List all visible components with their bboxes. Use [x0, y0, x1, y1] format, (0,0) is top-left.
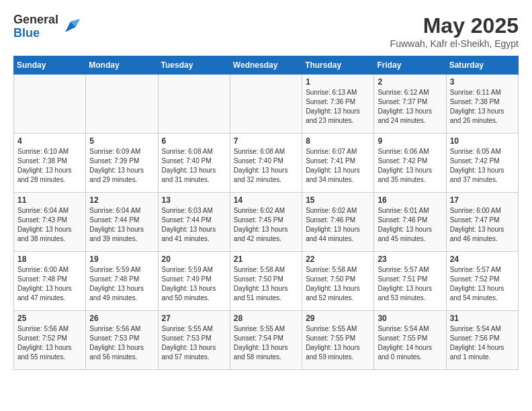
- logo-text: General Blue: [13, 13, 58, 40]
- calendar-cell: 12Sunrise: 6:04 AM Sunset: 7:44 PM Dayli…: [86, 193, 158, 252]
- day-info: Sunrise: 5:56 AM Sunset: 7:52 PM Dayligh…: [17, 324, 82, 362]
- day-number: 22: [306, 255, 370, 264]
- day-number: 27: [162, 314, 226, 323]
- day-info: Sunrise: 6:00 AM Sunset: 7:47 PM Dayligh…: [450, 206, 515, 244]
- calendar-cell: 28Sunrise: 5:55 AM Sunset: 7:54 PM Dayli…: [230, 311, 302, 370]
- day-info: Sunrise: 5:59 AM Sunset: 7:49 PM Dayligh…: [162, 265, 226, 303]
- day-info: Sunrise: 5:58 AM Sunset: 7:50 PM Dayligh…: [234, 265, 298, 303]
- day-number: 1: [306, 77, 370, 87]
- day-number: 20: [162, 255, 226, 264]
- calendar-cell: 20Sunrise: 5:59 AM Sunset: 7:49 PM Dayli…: [158, 252, 230, 311]
- day-number: 23: [378, 255, 442, 264]
- calendar-week-row: 4Sunrise: 6:10 AM Sunset: 7:38 PM Daylig…: [14, 134, 519, 193]
- day-number: 14: [234, 195, 298, 205]
- day-info: Sunrise: 5:59 AM Sunset: 7:48 PM Dayligh…: [89, 265, 154, 303]
- main-title: May 2025: [390, 13, 519, 38]
- day-number: 8: [306, 136, 370, 146]
- calendar-cell: [86, 75, 158, 134]
- calendar-cell: 26Sunrise: 5:56 AM Sunset: 7:53 PM Dayli…: [86, 311, 158, 370]
- calendar-cell: 23Sunrise: 5:57 AM Sunset: 7:51 PM Dayli…: [374, 252, 446, 311]
- calendar-cell: [14, 75, 86, 134]
- title-block: May 2025 Fuwwah, Kafr el-Sheikh, Egypt: [390, 13, 519, 49]
- calendar-cell: 25Sunrise: 5:56 AM Sunset: 7:52 PM Dayli…: [14, 311, 86, 370]
- calendar-week-row: 18Sunrise: 6:00 AM Sunset: 7:48 PM Dayli…: [14, 252, 519, 311]
- day-number: 11: [17, 195, 82, 205]
- calendar-cell: 31Sunrise: 5:54 AM Sunset: 7:56 PM Dayli…: [446, 311, 518, 370]
- day-number: 9: [378, 136, 442, 146]
- day-info: Sunrise: 6:00 AM Sunset: 7:48 PM Dayligh…: [17, 265, 82, 303]
- calendar-cell: 16Sunrise: 6:01 AM Sunset: 7:46 PM Dayli…: [374, 193, 446, 252]
- page-header: General Blue May 2025 Fuwwah, Kafr el-Sh…: [13, 13, 519, 49]
- day-number: 19: [89, 255, 154, 264]
- logo: General Blue: [13, 13, 80, 40]
- calendar-week-row: 11Sunrise: 6:04 AM Sunset: 7:43 PM Dayli…: [14, 193, 519, 252]
- day-info: Sunrise: 5:55 AM Sunset: 7:55 PM Dayligh…: [306, 324, 370, 362]
- day-info: Sunrise: 6:12 AM Sunset: 7:37 PM Dayligh…: [378, 88, 442, 126]
- day-info: Sunrise: 6:01 AM Sunset: 7:46 PM Dayligh…: [378, 206, 442, 244]
- calendar-cell: 8Sunrise: 6:07 AM Sunset: 7:41 PM Daylig…: [302, 134, 374, 193]
- day-number: 5: [89, 136, 154, 146]
- day-number: 16: [378, 195, 442, 205]
- calendar-cell: 10Sunrise: 6:05 AM Sunset: 7:42 PM Dayli…: [446, 134, 518, 193]
- day-info: Sunrise: 5:56 AM Sunset: 7:53 PM Dayligh…: [89, 324, 154, 362]
- calendar-week-row: 1Sunrise: 6:13 AM Sunset: 7:36 PM Daylig…: [14, 75, 519, 134]
- day-number: 2: [378, 77, 442, 87]
- weekday-header: Wednesday: [230, 56, 302, 75]
- day-info: Sunrise: 6:02 AM Sunset: 7:45 PM Dayligh…: [234, 206, 298, 244]
- day-number: 6: [162, 136, 226, 146]
- day-info: Sunrise: 5:54 AM Sunset: 7:55 PM Dayligh…: [378, 324, 442, 362]
- day-info: Sunrise: 5:54 AM Sunset: 7:56 PM Dayligh…: [450, 324, 515, 362]
- calendar-cell: 14Sunrise: 6:02 AM Sunset: 7:45 PM Dayli…: [230, 193, 302, 252]
- day-number: 3: [450, 77, 515, 87]
- subtitle: Fuwwah, Kafr el-Sheikh, Egypt: [390, 38, 519, 49]
- calendar-cell: 2Sunrise: 6:12 AM Sunset: 7:37 PM Daylig…: [374, 75, 446, 134]
- calendar-cell: 21Sunrise: 5:58 AM Sunset: 7:50 PM Dayli…: [230, 252, 302, 311]
- day-info: Sunrise: 5:57 AM Sunset: 7:52 PM Dayligh…: [450, 265, 515, 303]
- calendar-week-row: 25Sunrise: 5:56 AM Sunset: 7:52 PM Dayli…: [14, 311, 519, 370]
- day-info: Sunrise: 6:04 AM Sunset: 7:44 PM Dayligh…: [89, 206, 154, 244]
- calendar-cell: 13Sunrise: 6:03 AM Sunset: 7:44 PM Dayli…: [158, 193, 230, 252]
- calendar-cell: 22Sunrise: 5:58 AM Sunset: 7:50 PM Dayli…: [302, 252, 374, 311]
- day-info: Sunrise: 6:08 AM Sunset: 7:40 PM Dayligh…: [234, 147, 298, 185]
- day-info: Sunrise: 5:57 AM Sunset: 7:51 PM Dayligh…: [378, 265, 442, 303]
- day-info: Sunrise: 6:10 AM Sunset: 7:38 PM Dayligh…: [17, 147, 82, 185]
- calendar-cell: 4Sunrise: 6:10 AM Sunset: 7:38 PM Daylig…: [14, 134, 86, 193]
- calendar-cell: 29Sunrise: 5:55 AM Sunset: 7:55 PM Dayli…: [302, 311, 374, 370]
- day-number: 10: [450, 136, 515, 146]
- calendar-cell: 7Sunrise: 6:08 AM Sunset: 7:40 PM Daylig…: [230, 134, 302, 193]
- calendar-cell: 5Sunrise: 6:09 AM Sunset: 7:39 PM Daylig…: [86, 134, 158, 193]
- calendar-cell: 24Sunrise: 5:57 AM Sunset: 7:52 PM Dayli…: [446, 252, 518, 311]
- day-number: 29: [306, 314, 370, 323]
- day-info: Sunrise: 5:58 AM Sunset: 7:50 PM Dayligh…: [306, 265, 370, 303]
- day-info: Sunrise: 5:55 AM Sunset: 7:54 PM Dayligh…: [234, 324, 298, 362]
- day-info: Sunrise: 6:07 AM Sunset: 7:41 PM Dayligh…: [306, 147, 370, 185]
- calendar-cell: 15Sunrise: 6:02 AM Sunset: 7:46 PM Dayli…: [302, 193, 374, 252]
- day-number: 17: [450, 195, 515, 205]
- calendar-cell: [158, 75, 230, 134]
- weekday-header: Monday: [86, 56, 158, 75]
- day-info: Sunrise: 6:04 AM Sunset: 7:43 PM Dayligh…: [17, 206, 82, 244]
- calendar-cell: 11Sunrise: 6:04 AM Sunset: 7:43 PM Dayli…: [14, 193, 86, 252]
- weekday-header: Tuesday: [158, 56, 230, 75]
- logo-general: General: [13, 13, 58, 27]
- day-info: Sunrise: 6:06 AM Sunset: 7:42 PM Dayligh…: [378, 147, 442, 185]
- calendar-cell: 3Sunrise: 6:11 AM Sunset: 7:38 PM Daylig…: [446, 75, 518, 134]
- day-info: Sunrise: 6:05 AM Sunset: 7:42 PM Dayligh…: [450, 147, 515, 185]
- day-number: 7: [234, 136, 298, 146]
- day-info: Sunrise: 6:09 AM Sunset: 7:39 PM Dayligh…: [89, 147, 154, 185]
- day-info: Sunrise: 6:08 AM Sunset: 7:40 PM Dayligh…: [162, 147, 226, 185]
- calendar-cell: 30Sunrise: 5:54 AM Sunset: 7:55 PM Dayli…: [374, 311, 446, 370]
- logo-blue: Blue: [13, 27, 58, 40]
- weekday-header: Saturday: [446, 56, 518, 75]
- weekday-header: Sunday: [14, 56, 86, 75]
- logo-icon: [61, 17, 80, 36]
- day-number: 12: [89, 195, 154, 205]
- day-number: 15: [306, 195, 370, 205]
- header-row: SundayMondayTuesdayWednesdayThursdayFrid…: [14, 56, 519, 75]
- day-info: Sunrise: 6:13 AM Sunset: 7:36 PM Dayligh…: [306, 88, 370, 126]
- day-info: Sunrise: 6:02 AM Sunset: 7:46 PM Dayligh…: [306, 206, 370, 244]
- weekday-header: Thursday: [302, 56, 374, 75]
- calendar-cell: 1Sunrise: 6:13 AM Sunset: 7:36 PM Daylig…: [302, 75, 374, 134]
- calendar-cell: 27Sunrise: 5:55 AM Sunset: 7:53 PM Dayli…: [158, 311, 230, 370]
- calendar-table: SundayMondayTuesdayWednesdayThursdayFrid…: [13, 56, 519, 370]
